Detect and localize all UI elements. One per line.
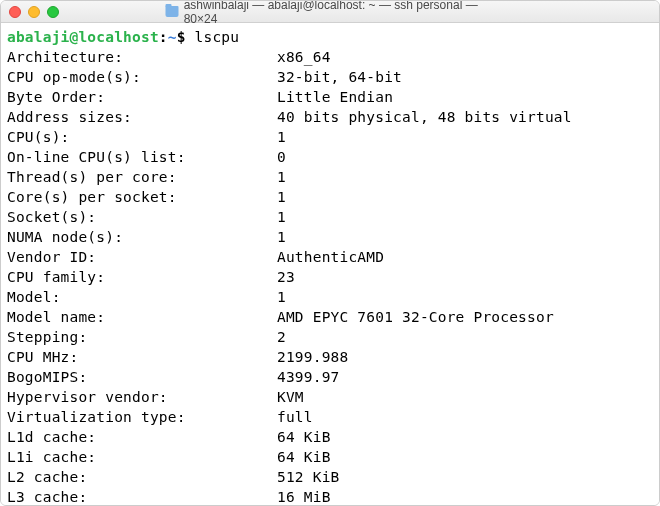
output-row: Hypervisor vendor:KVM: [7, 387, 653, 407]
output-value: 64 KiB: [277, 447, 653, 467]
output-row: CPU op-mode(s):32-bit, 64-bit: [7, 67, 653, 87]
output-row: Model name:AMD EPYC 7601 32-Core Process…: [7, 307, 653, 327]
output-row: Model:1: [7, 287, 653, 307]
output-value: Little Endian: [277, 87, 653, 107]
output-value: 23: [277, 267, 653, 287]
prompt-path: ~: [168, 29, 177, 45]
prompt-user-host: abalaji@localhost: [7, 29, 159, 45]
output-row: Address sizes:40 bits physical, 48 bits …: [7, 107, 653, 127]
output-value: KVM: [277, 387, 653, 407]
output-value: 1: [277, 187, 653, 207]
output-key: L1d cache:: [7, 427, 277, 447]
folder-icon: [166, 6, 179, 17]
titlebar: ashwinbalaji — abalaji@localhost: ~ — ss…: [1, 1, 659, 23]
output-row: BogoMIPS:4399.97: [7, 367, 653, 387]
minimize-icon[interactable]: [28, 6, 40, 18]
output-value: 4399.97: [277, 367, 653, 387]
output-value: 1: [277, 127, 653, 147]
output-value: AMD EPYC 7601 32-Core Processor: [277, 307, 653, 327]
output-key: Thread(s) per core:: [7, 167, 277, 187]
command-output: Architecture:x86_64CPU op-mode(s):32-bit…: [7, 47, 653, 505]
output-row: Byte Order:Little Endian: [7, 87, 653, 107]
output-key: L2 cache:: [7, 467, 277, 487]
output-key: Vendor ID:: [7, 247, 277, 267]
output-key: CPU family:: [7, 267, 277, 287]
output-key: Model name:: [7, 307, 277, 327]
maximize-icon[interactable]: [47, 6, 59, 18]
output-key: CPU op-mode(s):: [7, 67, 277, 87]
output-key: BogoMIPS:: [7, 367, 277, 387]
terminal-body[interactable]: abalaji@localhost:~$ lscpu Architecture:…: [1, 23, 659, 505]
output-key: Stepping:: [7, 327, 277, 347]
output-key: Core(s) per socket:: [7, 187, 277, 207]
output-row: CPU family:23: [7, 267, 653, 287]
output-row: L1i cache:64 KiB: [7, 447, 653, 467]
output-value: AuthenticAMD: [277, 247, 653, 267]
output-row: L3 cache:16 MiB: [7, 487, 653, 505]
window-title-text: ashwinbalaji — abalaji@localhost: ~ — ss…: [184, 0, 495, 26]
output-value: 64 KiB: [277, 427, 653, 447]
output-row: L1d cache:64 KiB: [7, 427, 653, 447]
output-key: On-line CPU(s) list:: [7, 147, 277, 167]
output-key: L1i cache:: [7, 447, 277, 467]
output-value: x86_64: [277, 47, 653, 67]
output-row: Stepping:2: [7, 327, 653, 347]
output-value: 1: [277, 227, 653, 247]
prompt-symbol: $: [177, 29, 186, 45]
output-row: Socket(s):1: [7, 207, 653, 227]
output-key: Hypervisor vendor:: [7, 387, 277, 407]
output-key: Socket(s):: [7, 207, 277, 227]
output-value: 1: [277, 207, 653, 227]
prompt-line: abalaji@localhost:~$ lscpu: [7, 27, 653, 47]
traffic-lights: [9, 6, 59, 18]
output-key: CPU MHz:: [7, 347, 277, 367]
output-key: Address sizes:: [7, 107, 277, 127]
output-row: Core(s) per socket:1: [7, 187, 653, 207]
output-row: NUMA node(s):1: [7, 227, 653, 247]
output-key: L3 cache:: [7, 487, 277, 505]
output-row: Architecture:x86_64: [7, 47, 653, 67]
output-row: Vendor ID:AuthenticAMD: [7, 247, 653, 267]
output-value: 32-bit, 64-bit: [277, 67, 653, 87]
output-key: CPU(s):: [7, 127, 277, 147]
output-key: NUMA node(s):: [7, 227, 277, 247]
output-key: Architecture:: [7, 47, 277, 67]
output-value: 2199.988: [277, 347, 653, 367]
window-title: ashwinbalaji — abalaji@localhost: ~ — ss…: [166, 0, 495, 26]
output-value: 512 KiB: [277, 467, 653, 487]
terminal-window: ashwinbalaji — abalaji@localhost: ~ — ss…: [0, 0, 660, 506]
output-row: CPU(s):1: [7, 127, 653, 147]
output-key: Virtualization type:: [7, 407, 277, 427]
output-row: L2 cache:512 KiB: [7, 467, 653, 487]
output-value: 2: [277, 327, 653, 347]
output-key: Model:: [7, 287, 277, 307]
output-value: 1: [277, 167, 653, 187]
prompt-sep: :: [159, 29, 168, 45]
output-row: Virtualization type:full: [7, 407, 653, 427]
output-value: 40 bits physical, 48 bits virtual: [277, 107, 653, 127]
output-row: Thread(s) per core:1: [7, 167, 653, 187]
prompt-command: lscpu: [186, 29, 240, 45]
output-value: 0: [277, 147, 653, 167]
output-value: 16 MiB: [277, 487, 653, 505]
output-value: 1: [277, 287, 653, 307]
close-icon[interactable]: [9, 6, 21, 18]
output-value: full: [277, 407, 653, 427]
output-key: Byte Order:: [7, 87, 277, 107]
output-row: On-line CPU(s) list:0: [7, 147, 653, 167]
output-row: CPU MHz:2199.988: [7, 347, 653, 367]
